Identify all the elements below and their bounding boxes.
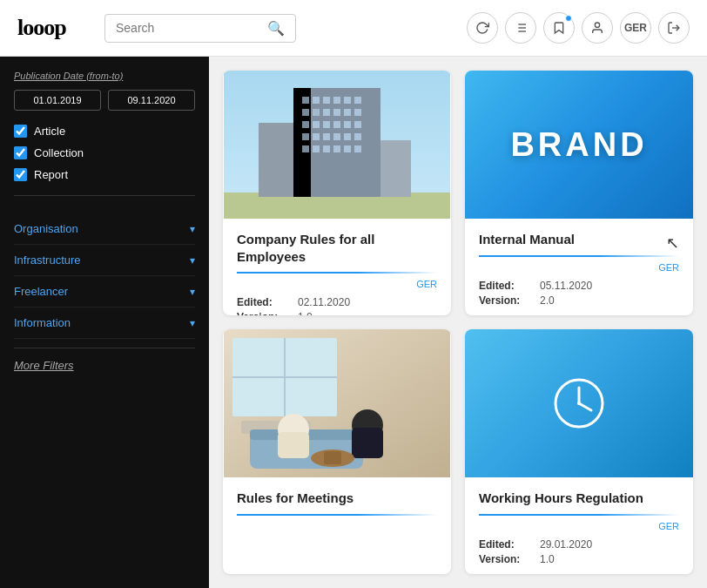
svg-rect-19	[313, 109, 320, 116]
svg-rect-31	[313, 133, 320, 140]
card-company-rules-body: Company Rules for all Employees GER Edit…	[223, 219, 451, 315]
clock-icon	[553, 377, 605, 429]
card-rules-meetings-title: Rules for Meetings	[237, 490, 437, 507]
card-rules-meetings[interactable]: Rules for Meetings	[223, 329, 451, 574]
svg-rect-54	[352, 428, 383, 458]
freelancer-chevron-icon: ▾	[190, 286, 195, 298]
filter-organisation[interactable]: Organisation ▾	[14, 213, 195, 245]
filter-collection[interactable]: Collection	[14, 146, 195, 159]
version-value: 1.0	[540, 553, 679, 565]
more-filters[interactable]: More Filters	[14, 348, 195, 382]
search-icon: 🔍	[267, 20, 285, 37]
card-internal-manual-title: Internal Manual	[479, 231, 575, 248]
card-company-rules-lang: GER	[237, 279, 437, 289]
date-from-input[interactable]	[14, 90, 101, 111]
date-range	[14, 90, 195, 111]
svg-rect-41	[354, 145, 361, 152]
language-button[interactable]: GER	[620, 12, 651, 44]
header-actions: GER	[467, 12, 690, 44]
bookmark-button[interactable]	[543, 12, 575, 44]
svg-rect-22	[344, 109, 351, 116]
edited-label: Edited:	[479, 538, 540, 551]
brand-header: BRAND	[465, 71, 693, 219]
svg-rect-39	[333, 145, 340, 152]
clock-header	[465, 329, 693, 477]
refresh-button[interactable]	[467, 12, 498, 44]
list-view-button[interactable]	[505, 12, 536, 44]
svg-line-59	[579, 403, 591, 410]
card-working-hours[interactable]: Working Hours Regulation GER Edited: 29.…	[465, 329, 693, 574]
card-internal-manual[interactable]: BRAND Internal Manual ↖ GER Edited: 05.1…	[465, 71, 693, 315]
infrastructure-chevron-icon: ▾	[190, 254, 195, 267]
svg-rect-14	[323, 97, 330, 104]
information-chevron-icon: ▾	[190, 317, 195, 329]
card-divider	[479, 255, 679, 257]
filter-article[interactable]: Article	[14, 125, 195, 138]
version-label: Version:	[479, 553, 540, 565]
svg-rect-36	[302, 145, 309, 152]
card-working-hours-meta: Edited: 29.01.2020 Version: 1.0	[479, 538, 679, 565]
svg-rect-13	[313, 97, 320, 104]
svg-point-60	[577, 402, 581, 405]
edited-label: Edited:	[479, 280, 540, 292]
card-internal-manual-body: Internal Manual ↖ GER Edited: 05.11.2020…	[465, 219, 693, 315]
svg-rect-24	[302, 121, 309, 128]
card-company-rules-title: Company Rules for all Employees	[237, 231, 437, 265]
svg-rect-43	[380, 140, 411, 197]
date-section-label: Publication Date (from-to)	[14, 71, 195, 81]
cursor-icon: ↖	[666, 233, 679, 253]
filter-report[interactable]: Report	[14, 168, 195, 181]
filter-freelancer[interactable]: Freelancer ▾	[14, 276, 195, 308]
report-checkbox[interactable]	[14, 168, 27, 181]
date-to-input[interactable]	[108, 90, 195, 111]
edited-label: Edited:	[237, 296, 298, 308]
profile-button[interactable]	[582, 12, 613, 44]
report-label: Report	[34, 168, 68, 181]
filter-infrastructure[interactable]: Infrastructure ▾	[14, 245, 195, 276]
building-image	[223, 71, 451, 219]
svg-rect-18	[302, 109, 309, 116]
content-type-filters: Article Collection Report	[14, 125, 195, 196]
svg-rect-56	[324, 451, 341, 464]
logout-button[interactable]	[658, 12, 690, 44]
svg-rect-33	[333, 133, 340, 140]
card-internal-manual-lang: GER	[479, 262, 679, 273]
brand-text: BRAND	[510, 126, 647, 164]
collection-checkbox[interactable]	[14, 146, 27, 159]
organisation-label: Organisation	[14, 222, 78, 235]
filter-information[interactable]: Information ▾	[14, 308, 195, 339]
svg-rect-40	[344, 145, 351, 152]
logo: looop	[17, 15, 87, 41]
card-company-rules[interactable]: Company Rules for all Employees GER Edit…	[223, 71, 451, 315]
svg-rect-32	[323, 133, 330, 140]
card-divider	[237, 272, 437, 274]
layout: Publication Date (from-to) Article Colle…	[0, 57, 707, 588]
svg-rect-16	[344, 97, 351, 104]
svg-rect-42	[259, 123, 293, 197]
freelancer-label: Freelancer	[14, 285, 68, 298]
card-divider	[479, 514, 679, 516]
svg-rect-29	[354, 121, 361, 128]
category-filters: Organisation ▾ Infrastructure ▾ Freelanc…	[14, 213, 195, 339]
svg-rect-27	[333, 121, 340, 128]
svg-rect-30	[302, 133, 309, 140]
collection-label: Collection	[34, 146, 84, 159]
card-internal-manual-meta: Edited: 05.11.2020 Version: 2.0	[479, 280, 679, 307]
version-label: Version:	[479, 294, 540, 307]
article-checkbox[interactable]	[14, 125, 27, 138]
svg-rect-21	[333, 109, 340, 116]
svg-rect-26	[323, 121, 330, 128]
svg-rect-38	[323, 145, 330, 152]
search-input[interactable]	[116, 21, 260, 35]
svg-rect-37	[313, 145, 320, 152]
version-value: 2.0	[540, 294, 679, 307]
svg-rect-35	[354, 133, 361, 140]
svg-rect-11	[293, 88, 311, 197]
infrastructure-label: Infrastructure	[14, 253, 81, 267]
sidebar: Publication Date (from-to) Article Colle…	[0, 57, 209, 588]
svg-rect-52	[278, 432, 309, 458]
svg-rect-25	[313, 121, 320, 128]
organisation-chevron-icon: ▾	[190, 223, 195, 235]
svg-rect-15	[333, 97, 340, 104]
notification-dot	[565, 15, 572, 22]
